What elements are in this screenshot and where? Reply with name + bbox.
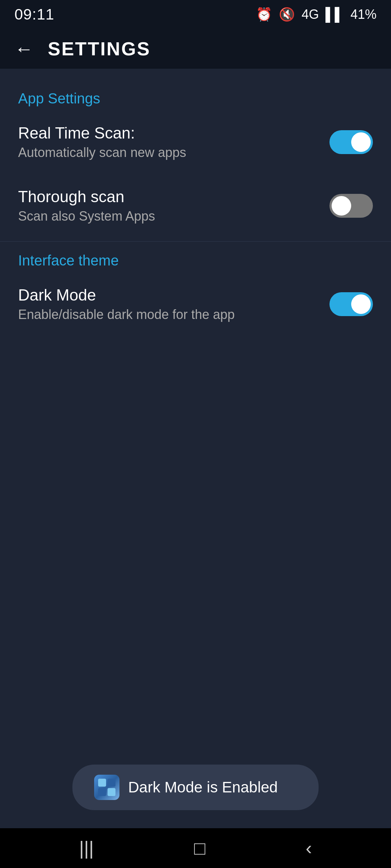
real-time-scan-subtitle: Automatically scan new apps: [18, 145, 186, 160]
thorough-scan-row: Thorough scan Scan also System Apps: [0, 174, 391, 238]
interface-theme-label: Interface theme: [0, 245, 391, 272]
nav-back-icon[interactable]: ‹: [306, 837, 312, 859]
toast-app-icon: [94, 775, 119, 800]
real-time-scan-toggle[interactable]: [329, 130, 373, 154]
dark-mode-text: Dark Mode Enable/disable dark mode for t…: [18, 286, 235, 322]
back-button[interactable]: ←: [14, 39, 33, 58]
thorough-scan-title: Thorough scan: [18, 188, 155, 206]
top-bar: ← SETTINGS: [0, 29, 391, 69]
dark-mode-toggle[interactable]: [329, 292, 373, 316]
dark-mode-subtitle: Enable/disable dark mode for the app: [18, 307, 235, 322]
app-settings-section: App Settings Real Time Scan: Automatical…: [0, 83, 391, 238]
toast-icon-cell-br: [108, 788, 115, 796]
toast-icon-grid: [96, 776, 118, 798]
toast-notification: Dark Mode is Enabled: [72, 765, 319, 810]
alarm-icon: ⏰: [256, 7, 272, 22]
nav-menu-icon[interactable]: |||: [79, 837, 94, 859]
thorough-scan-subtitle: Scan also System Apps: [18, 209, 155, 224]
thorough-scan-toggle-container[interactable]: [329, 194, 373, 218]
real-time-scan-text: Real Time Scan: Automatically scan new a…: [18, 124, 186, 160]
real-time-scan-row: Real Time Scan: Automatically scan new a…: [0, 110, 391, 174]
real-time-scan-toggle-container[interactable]: [329, 130, 373, 154]
toast-icon-cell-tl: [98, 779, 106, 787]
thorough-scan-toggle[interactable]: [329, 194, 373, 218]
app-settings-label: App Settings: [0, 83, 391, 110]
toast-icon-cell-tr: [108, 779, 115, 787]
nav-bar: ||| □ ‹: [0, 828, 391, 868]
dark-mode-toggle-container[interactable]: [329, 292, 373, 316]
real-time-scan-toggle-thumb: [351, 132, 371, 152]
real-time-scan-title: Real Time Scan:: [18, 124, 186, 142]
dark-mode-row: Dark Mode Enable/disable dark mode for t…: [0, 272, 391, 336]
page-title: SETTINGS: [48, 38, 151, 60]
toast-text: Dark Mode is Enabled: [128, 779, 278, 796]
thorough-scan-toggle-thumb: [332, 196, 351, 216]
battery-indicator: 41%: [350, 7, 377, 22]
data-icon: 4G: [302, 7, 319, 22]
dark-mode-toggle-thumb: [351, 294, 371, 314]
signal-icon: ▌▌: [325, 7, 344, 22]
content-area: App Settings Real Time Scan: Automatical…: [0, 69, 391, 828]
toast-icon-cell-bl: [98, 788, 106, 796]
nav-home-icon[interactable]: □: [194, 837, 205, 859]
status-time: 09:11: [14, 6, 54, 23]
section-divider: [0, 241, 391, 242]
status-icons: ⏰ 🔇 4G ▌▌ 41%: [256, 7, 377, 22]
dark-mode-title: Dark Mode: [18, 286, 235, 304]
interface-theme-section: Interface theme Dark Mode Enable/disable…: [0, 245, 391, 336]
thorough-scan-text: Thorough scan Scan also System Apps: [18, 188, 155, 224]
mute-icon: 🔇: [279, 7, 295, 22]
status-bar: 09:11 ⏰ 🔇 4G ▌▌ 41%: [0, 0, 391, 29]
